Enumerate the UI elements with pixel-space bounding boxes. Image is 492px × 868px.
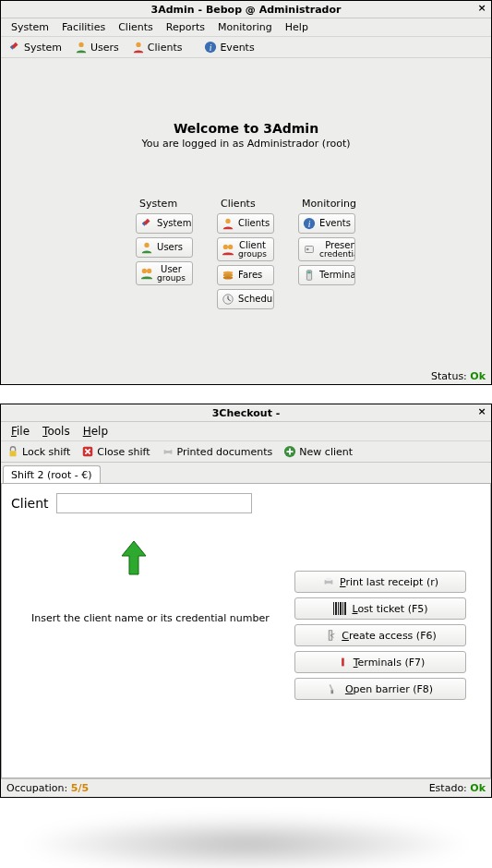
- menu-file[interactable]: File: [5, 423, 36, 440]
- svg-rect-19: [307, 271, 311, 274]
- occupation: Occupation: 5/5: [6, 782, 89, 794]
- tools-icon: [140, 217, 153, 230]
- svg-point-12: [223, 276, 234, 280]
- btn-fares[interactable]: Fares: [217, 265, 274, 285]
- checkout-toolbar: Lock shift Close shift Printed documents…: [1, 441, 491, 463]
- turnstile-icon: [324, 629, 337, 642]
- drop-shadow: [20, 816, 473, 868]
- svg-point-5: [142, 269, 147, 273]
- btn-user-groups[interactable]: Usergroups: [136, 261, 193, 285]
- open-barrier-label: Open barrier (F8): [345, 683, 433, 695]
- lost-ticket-label: Lost ticket (F5): [352, 603, 427, 615]
- menu-clients[interactable]: Clients: [112, 19, 160, 35]
- action-buttons: Print last receipt (r) Lost ticket (F5) …: [294, 571, 466, 700]
- btn-fares-label: Fares: [238, 271, 262, 280]
- svg-point-7: [225, 219, 230, 223]
- svg-rect-24: [165, 453, 170, 456]
- close-shift-button[interactable]: Close shift: [81, 445, 150, 458]
- open-barrier-button[interactable]: Open barrier (F8): [294, 678, 466, 700]
- new-client-button[interactable]: New client: [283, 445, 353, 458]
- btn-users-label: Users: [157, 243, 183, 252]
- close-icon[interactable]: ×: [476, 4, 487, 15]
- btn-events[interactable]: i Events: [298, 213, 355, 234]
- users-group-icon: [140, 267, 153, 280]
- print-last-receipt-label: Print last receipt (r): [340, 576, 438, 588]
- svg-rect-32: [340, 602, 342, 615]
- svg-point-6: [147, 269, 151, 273]
- menu-help[interactable]: Help: [77, 423, 114, 440]
- toolbar-clients-label: Clients: [148, 42, 183, 54]
- create-access-button[interactable]: Create access (F6): [294, 624, 466, 646]
- col-clients: Clients Clients Clientgroups Fares Sched…: [217, 198, 274, 313]
- toolbar-system[interactable]: System: [6, 39, 64, 55]
- plus-icon: [283, 445, 296, 458]
- btn-system[interactable]: System: [136, 213, 193, 234]
- tab-strip: Shift 2 (root - €): [1, 463, 491, 483]
- col-clients-title: Clients: [217, 198, 274, 210]
- toolbar-clients[interactable]: Clients: [130, 39, 185, 55]
- svg-rect-31: [338, 602, 339, 615]
- btn-user-groups-label: Usergroups: [157, 265, 186, 283]
- print-last-receipt-button[interactable]: Print last receipt (r): [294, 571, 466, 593]
- btn-client-groups-label: Clientgroups: [238, 241, 267, 259]
- lock-shift-button[interactable]: Lock shift: [6, 445, 70, 458]
- coins-icon: [222, 269, 234, 282]
- btn-schedules-label: Schedules: [238, 295, 274, 304]
- tab-shift[interactable]: Shift 2 (root - €): [3, 465, 101, 484]
- admin-menubar: System Facilities Clients Reports Monito…: [1, 18, 491, 37]
- svg-point-8: [223, 245, 228, 249]
- lost-ticket-button[interactable]: Lost ticket (F5): [294, 597, 466, 620]
- terminals-button[interactable]: Terminals (F7): [294, 651, 466, 673]
- checkout-window: 3Checkout - × File Tools Help Lock shift…: [0, 404, 492, 798]
- svg-text:i: i: [210, 42, 212, 53]
- barrier-icon: [328, 682, 341, 695]
- btn-users[interactable]: Users: [136, 237, 193, 258]
- svg-text:i: i: [308, 219, 311, 229]
- checkout-status: Estado: Ok: [429, 782, 486, 794]
- menu-facilities[interactable]: Facilities: [55, 19, 112, 35]
- toolbar-events-label: Events: [220, 42, 254, 54]
- lock-shift-label: Lock shift: [22, 446, 70, 458]
- terminal-icon: [303, 269, 316, 282]
- checkout-status-value: Ok: [470, 782, 486, 794]
- btn-clients[interactable]: Clients: [217, 213, 274, 234]
- tools-icon: [8, 41, 21, 54]
- close-shift-label: Close shift: [97, 446, 150, 458]
- close-icon[interactable]: ×: [476, 407, 487, 418]
- btn-clients-label: Clients: [238, 219, 270, 228]
- client-input[interactable]: [56, 493, 252, 513]
- svg-rect-20: [10, 451, 17, 456]
- btn-terminals-label: Terminals: [319, 271, 355, 280]
- printed-documents-label: Printed documents: [177, 446, 273, 458]
- btn-terminals[interactable]: Terminals: [298, 265, 355, 285]
- btn-system-label: System: [157, 219, 191, 228]
- terminal-icon: [336, 656, 349, 669]
- svg-point-4: [144, 243, 149, 247]
- menu-reports[interactable]: Reports: [160, 19, 211, 35]
- svg-rect-23: [165, 448, 170, 452]
- menu-monitoring[interactable]: Monitoring: [211, 19, 279, 35]
- menu-system[interactable]: System: [5, 19, 55, 35]
- admin-window: 3Admin - Bebop @ Administrador × System …: [0, 0, 492, 385]
- btn-schedules[interactable]: Schedules: [217, 289, 274, 309]
- printed-documents-button[interactable]: Printed documents: [162, 445, 273, 458]
- info-icon: i: [204, 41, 217, 54]
- status-value: Ok: [470, 370, 486, 382]
- menu-help[interactable]: Help: [279, 19, 315, 35]
- btn-present-credentials[interactable]: Presentcredentials: [298, 237, 355, 261]
- admin-title: 3Admin - Bebop @ Administrador: [151, 4, 342, 16]
- occupation-label: Occupation:: [6, 782, 71, 794]
- menu-tools[interactable]: Tools: [36, 423, 77, 440]
- toolbar-events[interactable]: i Events: [202, 39, 256, 55]
- btn-client-groups[interactable]: Clientgroups: [217, 237, 274, 261]
- checkout-status-label: Estado:: [429, 782, 471, 794]
- svg-point-9: [228, 245, 233, 249]
- welcome-subtitle: You are logged in as Administrador (root…: [1, 138, 491, 150]
- admin-toolbar: System Users Clients i Events: [1, 37, 491, 58]
- col-monitoring: Monitoring i Events Presentcredentials T…: [298, 198, 356, 289]
- lock-icon: [6, 445, 19, 458]
- toolbar-users[interactable]: Users: [73, 39, 121, 55]
- client-row: Client: [11, 493, 481, 513]
- toolbar-users-label: Users: [90, 42, 119, 54]
- client-label: Client: [11, 496, 49, 511]
